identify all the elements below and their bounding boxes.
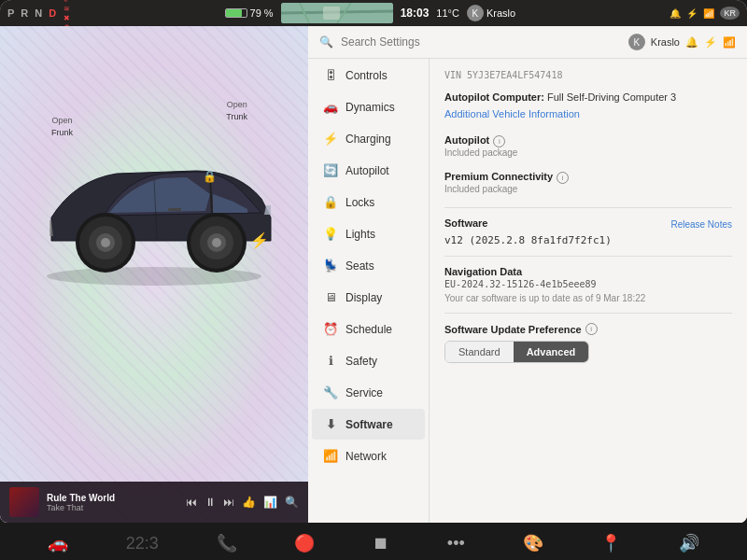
temperature-display: 11°C — [436, 7, 459, 19]
track-info: Rule The World Take That — [47, 493, 178, 512]
autopilot-section: Autopilot i Included package — [444, 134, 732, 158]
media-taskbar-icon[interactable]: 🔴 — [294, 533, 315, 553]
controls-label: Controls — [345, 69, 388, 82]
trunk-icon: 🔒 — [203, 169, 217, 183]
autopilot-sub: Included package — [444, 147, 732, 158]
svg-point-16 — [212, 238, 221, 247]
sidebar-item-software[interactable]: ⬇ Software — [312, 409, 425, 440]
map-thumbnail[interactable] — [281, 3, 393, 23]
advanced-button[interactable]: Advanced — [514, 342, 589, 362]
schedule-icon: ⏰ — [323, 322, 338, 336]
status-bar: P R N D ⟳ ≋ ✖ ⚙ 79 % — [0, 0, 747, 26]
sport-icon: ✖ — [63, 14, 70, 22]
sidebar-item-autopilot[interactable]: 🔄 Autopilot — [312, 155, 425, 186]
search-bar: 🔍 K Kraslo 🔔 ⚡ 📶 — [308, 26, 747, 59]
release-notes-button[interactable]: Release Notes — [670, 219, 732, 230]
car-taskbar-icon[interactable]: 🚗 — [48, 533, 68, 553]
standard-button[interactable]: Standard — [445, 342, 514, 362]
volume-taskbar-icon[interactable]: 🔊 — [679, 533, 699, 553]
pref-label-row: Software Update Preference i — [444, 323, 732, 335]
sidebar-item-display[interactable]: 🖥 Display — [312, 282, 425, 313]
sidebar-item-service[interactable]: 🔧 Service — [312, 377, 425, 408]
divider-3 — [444, 313, 732, 314]
service-label: Service — [345, 386, 383, 399]
more-taskbar-icon[interactable]: ••• — [447, 534, 465, 553]
pref-info-icon[interactable]: i — [585, 323, 598, 335]
sidebar-item-locks[interactable]: 🔒 Locks — [312, 187, 425, 217]
bell-icon[interactable]: 🔔 — [685, 36, 698, 49]
bluetooth-icon: ⚡ — [686, 8, 698, 19]
trunk-text: Trunk — [226, 111, 247, 123]
signal-icon-2: 📶 — [723, 36, 736, 49]
settings-detail: VIN 5YJ3E7EA4LF547418 Autopilot Computer… — [430, 59, 747, 523]
safety-icon: ℹ — [323, 354, 338, 368]
nav-data-value: EU-2024.32-15126-4e1b5eee89 — [444, 279, 732, 289]
charge-icon: ⚡ — [250, 231, 269, 249]
lights-label: Lights — [345, 228, 375, 241]
user-name-display: Kraslo — [651, 36, 680, 48]
music-player: Rule The World Take That ⏮ ⏸ ⏭ 👍 📊 🔍 — [0, 482, 308, 523]
main-content: Open Frunk Open Trunk — [0, 26, 747, 523]
bt-icon: ⚡ — [704, 36, 717, 49]
sidebar-item-lights[interactable]: 💡 Lights — [312, 218, 425, 249]
charging-label: Charging — [345, 133, 391, 146]
profile-name: Kraslo — [486, 7, 515, 19]
prnd-display: P R N D — [7, 7, 58, 19]
divider-1 — [444, 207, 732, 208]
prev-button[interactable]: ⏮ — [186, 496, 197, 509]
autopilot-icon: 🔄 — [323, 163, 338, 177]
square-taskbar-icon[interactable]: ⏹ — [373, 534, 389, 553]
pref-section: Software Update Preference i Standard Ad… — [444, 323, 732, 363]
music-controls: ⏮ ⏸ ⏭ 👍 📊 🔍 — [186, 496, 299, 509]
seats-icon: 💺 — [323, 259, 338, 273]
connectivity-label: Premium Connectivity — [444, 171, 553, 182]
software-version: v12 (2025.2.8 8fa1fd7f2fc1) — [444, 234, 732, 246]
sidebar-item-schedule[interactable]: ⏰ Schedule — [312, 314, 425, 344]
search-input[interactable] — [341, 35, 621, 49]
sidebar-item-dynamics[interactable]: 🚗 Dynamics — [312, 91, 425, 122]
next-button[interactable]: ⏭ — [223, 496, 234, 509]
right-content: 🎛 Controls 🚗 Dynamics ⚡ Charging 🔄 Autop… — [308, 59, 747, 523]
update-status: Your car software is up to date as of 9 … — [444, 293, 732, 303]
time-display: 18:03 — [401, 7, 430, 20]
apps-taskbar-icon[interactable]: 🎨 — [523, 533, 543, 553]
vehicle-info-link[interactable]: Additional Vehicle Information — [444, 108, 580, 119]
sidebar-item-network[interactable]: 📶 Network — [312, 441, 425, 471]
sidebar-item-safety[interactable]: ℹ Safety — [312, 345, 425, 376]
equalizer-button[interactable]: 📊 — [263, 496, 277, 509]
pause-button[interactable]: ⏸ — [204, 496, 216, 509]
main-screen: P R N D ⟳ ≋ ✖ ⚙ 79 % — [0, 0, 747, 523]
like-button[interactable]: 👍 — [242, 496, 256, 509]
dynamics-label: Dynamics — [345, 101, 395, 114]
taskbar: 🚗 22:3­ 📞 🔴 ⏹ ••• 🎨 📍 🔊 — [0, 523, 747, 560]
battery-pct: 79 % — [250, 7, 274, 19]
software-icon: ⬇ — [323, 417, 338, 431]
nav-data-label: Navigation Data — [444, 266, 732, 277]
locks-icon: 🔒 — [323, 195, 338, 209]
track-title: Rule The World — [47, 493, 178, 503]
service-icon: 🔧 — [323, 385, 338, 399]
left-panel: Open Frunk Open Trunk — [0, 26, 308, 523]
nav-taskbar-icon[interactable]: 📍 — [600, 533, 621, 553]
sidebar-item-seats[interactable]: 💺 Seats — [312, 250, 425, 281]
connectivity-info-icon[interactable]: i — [557, 172, 569, 184]
connectivity-section: Premium Connectivity i Included package — [444, 171, 732, 194]
trunk-label[interactable]: Open Trunk — [226, 99, 247, 122]
seats-label: Seats — [345, 259, 374, 273]
signal-icon: 📶 — [703, 8, 714, 19]
status-right: 🔔 ⚡ 📶 KR — [669, 7, 740, 20]
phone-taskbar-icon[interactable]: 📞 — [217, 533, 237, 553]
car-background: Open Frunk Open Trunk — [0, 26, 308, 523]
lights-icon: 💡 — [323, 227, 338, 241]
autopilot-info-icon[interactable]: i — [493, 135, 505, 147]
display-label: Display — [345, 291, 382, 304]
pref-label: Software Update Preference — [444, 324, 582, 335]
sidebar-item-charging[interactable]: ⚡ Charging — [312, 123, 425, 154]
software-header-row: Software Release Notes — [444, 217, 732, 231]
autopilot-computer-label: Autopilot Computer: Full Self-Driving Co… — [444, 91, 732, 103]
controls-icon: 🎛 — [323, 68, 338, 82]
battery-bar — [225, 8, 247, 18]
locks-label: Locks — [345, 196, 374, 209]
sidebar-item-controls[interactable]: 🎛 Controls — [312, 60, 425, 91]
search-music-button[interactable]: 🔍 — [285, 496, 299, 509]
